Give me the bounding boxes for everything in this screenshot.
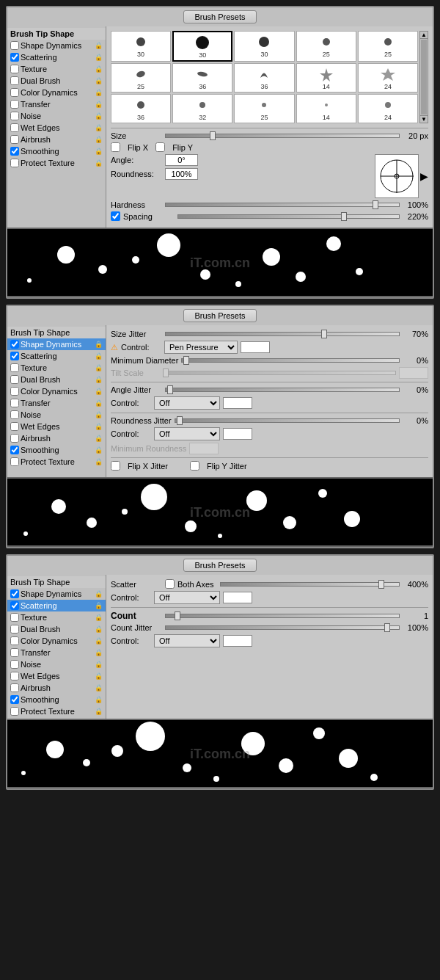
sidebar-item-smoothing-1[interactable]: Smoothing 🔒	[7, 145, 106, 157]
sidebar-item-texture-3[interactable]: Texture 🔒	[7, 611, 106, 623]
scatter-slider[interactable]	[220, 582, 400, 587]
brush-tip-6[interactable]: 25	[111, 63, 171, 92]
roundness-input[interactable]	[165, 168, 198, 180]
checkbox-protect-texture-1[interactable]	[10, 159, 19, 167]
presets-button-1[interactable]: Brush Presets	[183, 10, 256, 23]
checkbox-protect-texture-2[interactable]	[10, 457, 19, 466]
checkbox-dual-brush-1[interactable]	[10, 76, 19, 85]
control-select-2[interactable]: Off Pen Pressure	[154, 396, 220, 410]
sidebar-item-protect-texture-1[interactable]: Protect Texture 🔒	[7, 157, 106, 169]
brush-tip-10[interactable]: 24	[358, 63, 418, 92]
checkbox-smoothing-1[interactable]	[10, 147, 19, 156]
sidebar-item-scattering-2[interactable]: Scattering 🔒	[7, 350, 106, 362]
brush-tip-7[interactable]: 36	[172, 63, 232, 92]
checkbox-transfer-3[interactable]	[10, 648, 19, 657]
brush-tip-3[interactable]: 30	[234, 31, 294, 62]
brush-tip-9[interactable]: 14	[296, 63, 356, 92]
crosshair-canvas[interactable]	[375, 154, 419, 198]
checkbox-airbrush-3[interactable]	[10, 683, 19, 692]
checkbox-noise-3[interactable]	[10, 660, 19, 669]
checkbox-color-dynamics-2[interactable]	[10, 387, 19, 396]
sidebar-item-scattering-3[interactable]: Scattering 🔒	[7, 600, 106, 611]
brush-tip-2[interactable]: 30	[172, 31, 232, 62]
flip-y-jitter-checkbox[interactable]	[190, 461, 199, 471]
min-diameter-slider[interactable]	[181, 358, 400, 363]
checkbox-texture-1[interactable]	[10, 65, 19, 73]
checkbox-airbrush-1[interactable]	[10, 135, 19, 144]
control-select-3[interactable]: Off Pen Pressure	[154, 427, 220, 440]
sidebar-item-smoothing-3[interactable]: Smoothing 🔒	[7, 694, 106, 705]
checkbox-protect-texture-3[interactable]	[10, 707, 19, 716]
flip-x-checkbox[interactable]	[111, 142, 120, 152]
sidebar-item-dual-brush-3[interactable]: Dual Brush 🔒	[7, 623, 106, 635]
sidebar-item-wet-edges-3[interactable]: Wet Edges 🔒	[7, 670, 106, 682]
sidebar-item-airbrush-1[interactable]: Airbrush 🔒	[7, 134, 106, 145]
checkbox-noise-1[interactable]	[10, 112, 19, 120]
checkbox-wet-edges-1[interactable]	[10, 123, 19, 132]
presets-button-3[interactable]: Brush Presets	[183, 559, 256, 572]
presets-button-2[interactable]: Brush Presets	[183, 309, 256, 322]
sidebar-item-transfer-1[interactable]: Transfer 🔒	[7, 98, 106, 110]
size-slider[interactable]	[165, 134, 400, 138]
checkbox-dual-brush-2[interactable]	[10, 375, 19, 384]
angle-input[interactable]	[165, 154, 198, 166]
sidebar-item-noise-3[interactable]: Noise 🔒	[7, 658, 106, 670]
brush-tip-12[interactable]: 32	[172, 94, 232, 123]
sidebar-item-transfer-3[interactable]: Transfer 🔒	[7, 647, 106, 658]
checkbox-scattering-2[interactable]	[10, 352, 19, 360]
scatter-control-select[interactable]: Off Pen Pressure	[154, 591, 220, 604]
scrollbar-1[interactable]: ▲ ▼	[419, 31, 428, 123]
count-slider[interactable]	[165, 614, 400, 618]
checkbox-transfer-2[interactable]	[10, 399, 19, 407]
count-control-select[interactable]: Off Pen Pressure	[154, 634, 220, 647]
sidebar-item-scattering-1[interactable]: Scattering 🔒	[7, 51, 106, 63]
sidebar-item-brush-tip[interactable]: Brush Tip Shape	[7, 28, 106, 40]
checkbox-scattering-1[interactable]	[10, 53, 19, 62]
angle-jitter-slider[interactable]	[165, 388, 400, 392]
sidebar-item-airbrush-3[interactable]: Airbrush 🔒	[7, 682, 106, 694]
sidebar-item-smoothing-2[interactable]: Smoothing 🔒	[7, 444, 106, 456]
sidebar-item-protect-texture-2[interactable]: Protect Texture 🔒	[7, 456, 106, 468]
sidebar-item-color-dynamics-2[interactable]: Color Dynamics 🔒	[7, 385, 106, 397]
brush-tip-4[interactable]: 25	[296, 31, 356, 62]
checkbox-smoothing-2[interactable]	[10, 446, 19, 454]
sidebar-item-wet-edges-2[interactable]: Wet Edges 🔒	[7, 421, 106, 432]
sidebar-item-texture-1[interactable]: Texture 🔒	[7, 63, 106, 75]
checkbox-transfer-1[interactable]	[10, 100, 19, 109]
roundness-jitter-slider[interactable]	[175, 418, 400, 423]
sidebar-item-airbrush-2[interactable]: Airbrush 🔒	[7, 432, 106, 444]
sidebar-item-transfer-2[interactable]: Transfer 🔒	[7, 397, 106, 409]
scroll-up-1[interactable]: ▲	[420, 32, 428, 39]
checkbox-airbrush-2[interactable]	[10, 434, 19, 443]
both-axes-checkbox[interactable]	[165, 579, 175, 589]
brush-tip-13[interactable]: 25	[234, 94, 294, 123]
sidebar-item-texture-2[interactable]: Texture 🔒	[7, 362, 106, 374]
brush-tip-15[interactable]: 24	[358, 94, 418, 123]
checkbox-smoothing-3[interactable]	[10, 695, 19, 704]
sidebar-item-noise-2[interactable]: Noise 🔒	[7, 409, 106, 421]
brush-tip-1[interactable]: 30	[111, 31, 171, 62]
brush-tip-5[interactable]: 25	[358, 31, 418, 62]
flip-x-jitter-checkbox[interactable]	[111, 461, 120, 471]
scroll-down-1[interactable]: ▼	[420, 115, 428, 123]
brush-tip-11[interactable]: 36	[111, 94, 171, 123]
size-jitter-slider[interactable]	[165, 332, 400, 336]
sidebar-item-wet-edges-1[interactable]: Wet Edges 🔒	[7, 122, 106, 134]
spacing-slider[interactable]	[177, 214, 400, 219]
spacing-checkbox[interactable]	[111, 211, 120, 221]
checkbox-color-dynamics-3[interactable]	[10, 636, 19, 645]
sidebar-item-protect-texture-3[interactable]: Protect Texture 🔒	[7, 705, 106, 717]
sidebar-item-brush-tip-3[interactable]: Brush Tip Shape	[7, 576, 106, 588]
checkbox-shape-dynamics-2[interactable]	[10, 340, 19, 349]
checkbox-shape-dynamics-3[interactable]	[10, 589, 19, 598]
checkbox-color-dynamics-1[interactable]	[10, 88, 19, 97]
sidebar-item-shape-dynamics-1[interactable]: Shape Dynamics 🔒	[7, 40, 106, 51]
sidebar-item-shape-dynamics-2[interactable]: Shape Dynamics 🔒	[7, 338, 106, 350]
checkbox-texture-3[interactable]	[10, 613, 19, 622]
brush-tip-14[interactable]: 14	[296, 94, 356, 123]
checkbox-shape-dynamics-1[interactable]	[10, 41, 19, 50]
checkbox-wet-edges-2[interactable]	[10, 422, 19, 431]
crosshair-arrow[interactable]: ▶	[420, 170, 428, 182]
checkbox-noise-2[interactable]	[10, 410, 19, 419]
sidebar-item-dual-brush-2[interactable]: Dual Brush 🔒	[7, 374, 106, 385]
